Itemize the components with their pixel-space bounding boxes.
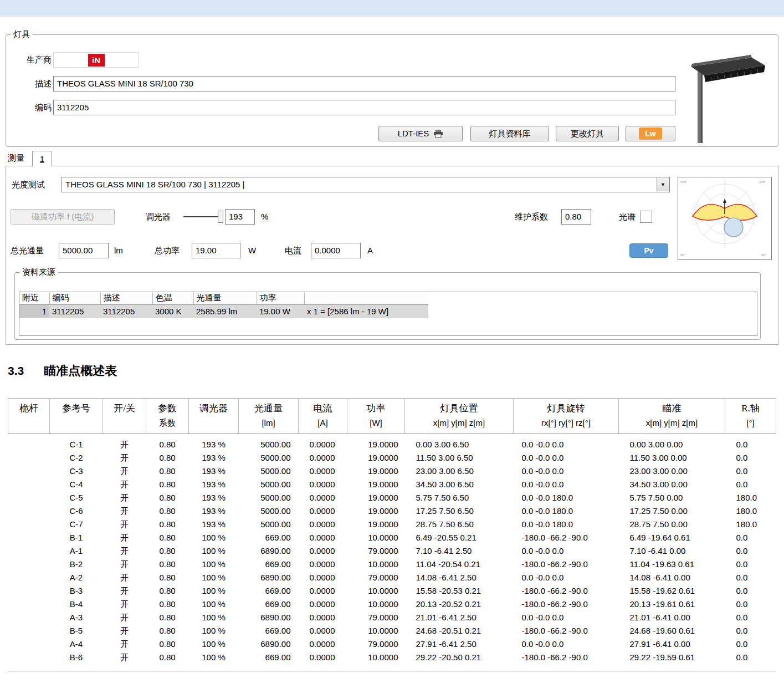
table-cell: 0.0000: [299, 465, 347, 478]
table-cell: 11.50 3.00 6.50: [405, 451, 514, 465]
column-header: 开/关: [103, 399, 146, 434]
total-flux-input[interactable]: 5000.00: [59, 243, 109, 258]
table-row: C-1开0.80193 %5000.000.000019.00000.00 3.…: [8, 434, 776, 452]
table-cell: 3000 K: [152, 304, 193, 318]
table-row: C-7开0.80193 %5000.000.000019.000028.75 7…: [8, 518, 776, 531]
table-cell: 19.0000: [347, 518, 405, 531]
table-cell: 0.80: [146, 518, 189, 531]
dimmer-slider[interactable]: [183, 209, 227, 225]
table-cell: 6890.00: [239, 638, 299, 651]
current-input[interactable]: 0.0000: [311, 243, 361, 258]
table-cell: 28.75 7.50 6.50: [405, 518, 514, 531]
photometric-label: 光度测试: [12, 177, 45, 192]
table-row: C-4开0.80193 %5000.000.000019.000034.50 3…: [8, 478, 776, 491]
ldt-ies-button[interactable]: LDT-IES: [378, 126, 463, 141]
table-cell: 29.22 -19.59 0.61: [619, 651, 725, 664]
data-source-groupbox: 资料来源 附近编码描述色温光通量功率 1311220531122053000 K…: [14, 272, 761, 340]
aiming-table: 桅杆参考号开/关参数系数调光器光通量[lm]电流[A]功率[W]灯具位置x[m]…: [8, 398, 776, 671]
table-cell: B-4: [50, 598, 103, 611]
maintenance-factor-input[interactable]: 0.80: [561, 209, 591, 225]
table-cell: 0.0: [725, 465, 776, 478]
dimmer-input[interactable]: 193: [225, 209, 255, 225]
table-cell: 0.0: [725, 624, 776, 638]
table-cell: 669.00: [239, 531, 299, 544]
table-cell: 0.0000: [299, 518, 347, 531]
table-cell: 28.75 7.50 0.00: [619, 518, 725, 531]
table-cell: 3112205: [49, 304, 100, 318]
table-cell: -180.0 -66.2 -90.0: [514, 598, 619, 611]
table-cell: 开: [103, 611, 146, 624]
svg-text:90°: 90°: [761, 253, 767, 257]
table-cell: 开: [103, 584, 146, 598]
table-cell: [8, 638, 50, 651]
table-cell: 0.0 -0.0 180.0: [514, 491, 619, 504]
table-cell: 0.0000: [299, 584, 347, 598]
table-cell: 23.00 3.00 6.50: [405, 465, 514, 478]
table-cell: 669.00: [239, 558, 299, 571]
table-cell: 开: [103, 491, 146, 504]
description-input[interactable]: THEOS GLASS MINI 18 SR/100 730: [53, 76, 675, 91]
top-bar: [0, 0, 784, 17]
table-row: B-4开0.80100 %669.000.000010.000020.13 -2…: [8, 598, 776, 611]
polar-curve-icon: 105°105° 90°90°: [678, 177, 771, 259]
pv-button[interactable]: Pv: [629, 243, 668, 258]
lw-button[interactable]: Lw: [626, 126, 675, 141]
lw-icon: Lw: [639, 128, 662, 140]
table-cell: 100 %: [189, 544, 239, 558]
measurement-tab-1[interactable]: 1: [32, 151, 52, 166]
chevron-down-icon[interactable]: ▼: [657, 178, 669, 191]
table-cell: 0.0: [725, 544, 776, 558]
source-table-row[interactable]: 1311220531122053000 K2585.99 lm19.00 Wx …: [19, 304, 757, 318]
table-cell: 0.0: [725, 478, 776, 491]
table-cell: 79.0000: [347, 638, 405, 651]
total-power-label: 总功率: [155, 243, 180, 258]
table-cell: B-6: [50, 651, 103, 664]
table-cell: 0.0000: [299, 478, 347, 491]
table-cell: 0.0: [725, 531, 776, 544]
change-luminaire-button[interactable]: 更改灯具: [556, 126, 619, 141]
table-cell: A-2: [50, 571, 103, 584]
spectrum-checkbox[interactable]: [640, 211, 652, 223]
table-cell: 7.10 -6.41 0.00: [619, 544, 725, 558]
table-cell: 0.0000: [299, 504, 347, 518]
total-flux-unit: lm: [114, 243, 123, 258]
table-cell: 6.49 -19.64 0.61: [619, 531, 725, 544]
total-power-input[interactable]: 19.00: [192, 243, 240, 258]
table-cell: [8, 491, 50, 504]
table-cell: 0.0 -0.0 0.0: [514, 465, 619, 478]
table-cell: 2585.99 lm: [193, 304, 257, 318]
description-label: 描述: [11, 76, 52, 91]
luminaire-database-button[interactable]: 灯具资料库: [470, 126, 549, 141]
code-input[interactable]: 3112205: [53, 100, 675, 115]
source-table-head-row: 附近编码描述色温光通量功率: [19, 292, 757, 304]
table-cell: 6890.00: [239, 571, 299, 584]
slider-thumb[interactable]: [218, 211, 223, 223]
table-cell: 0.0 -0.0 0.0: [514, 451, 619, 465]
table-cell: 10.0000: [347, 624, 405, 638]
column-header: 光通量: [193, 292, 257, 304]
table-row: A-4开0.80100 %6890.000.000079.000027.91 -…: [8, 638, 776, 651]
section-heading: 3.3瞄准点概述表: [8, 363, 117, 379]
table-cell: 100 %: [189, 611, 239, 624]
column-header: 参数系数: [146, 399, 189, 434]
table-cell: -180.0 -66.2 -90.0: [514, 651, 619, 664]
photometric-combobox[interactable]: THEOS GLASS MINI 18 SR/100 730 | 3112205…: [62, 177, 670, 192]
table-cell: 0.0000: [299, 571, 347, 584]
table-cell: 开: [103, 651, 146, 664]
table-cell: 0.0000: [299, 451, 347, 465]
code-label: 编码: [11, 100, 52, 115]
table-cell: 6890.00: [239, 544, 299, 558]
table-cell: 29.22 -20.50 0.21: [405, 651, 514, 664]
table-cell: [8, 558, 50, 571]
table-cell: 5000.00: [239, 491, 299, 504]
table-cell: 开: [103, 531, 146, 544]
table-cell: 21.01 -6.41 0.00: [619, 611, 725, 624]
table-cell: 17.25 7.50 0.00: [619, 504, 725, 518]
table-cell: 10.0000: [347, 584, 405, 598]
table-cell: [8, 544, 50, 558]
section-number: 3.3: [8, 364, 24, 377]
table-cell: 193 %: [189, 434, 239, 452]
manufacturer-box[interactable]: iN: [53, 52, 139, 68]
column-header: R.轴[°]: [725, 399, 776, 434]
table-cell: 180.0: [725, 504, 776, 518]
